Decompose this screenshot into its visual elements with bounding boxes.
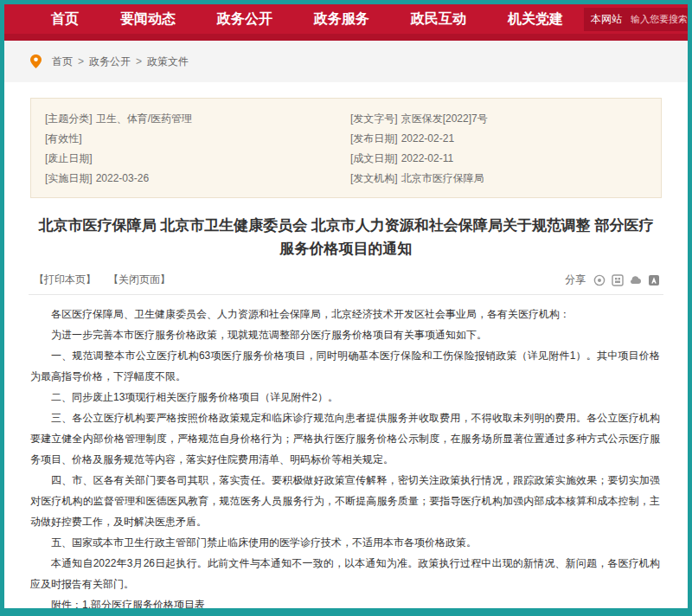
meta-written-date: [成文日期]2022-02-11 <box>350 149 647 169</box>
breadcrumb: 首页 > 政务公开 > 政策文件 <box>4 41 688 82</box>
meta-doc-number: [发文字号]京医保发[2022]7号 <box>350 109 647 129</box>
meta-validity: [有效性] <box>45 129 342 149</box>
nav-item-news[interactable]: 要闻动态 <box>99 10 196 29</box>
paragraph-item-2: 二、同步废止13项现行相关医疗服务价格项目（详见附件2）。 <box>30 387 660 407</box>
search-box: 本网站 <box>584 8 688 31</box>
page-frame: 首页 要闻动态 政务公开 政务服务 政民互动 机关党建 本网站 <box>4 4 688 608</box>
location-pin-icon <box>30 55 42 68</box>
meta-implement-date: [实施日期]2022-03-26 <box>45 169 342 189</box>
article-content: [主题分类]卫生、体育/医药管理 [发文字号]京医保发[2022]7号 [有效性… <box>4 82 688 608</box>
print-page-button[interactable]: 【打印本页】 <box>34 273 96 287</box>
meta-topic-category: [主题分类]卫生、体育/医药管理 <box>45 109 342 129</box>
share-group: 分享 <box>565 273 660 287</box>
share-label: 分享 <box>565 273 586 287</box>
paragraph-attachment-1: 附件：1.部分医疗服务价格项目表 <box>30 594 660 608</box>
paragraph-item-3: 三、各公立医疗机构要严格按照价格政策规定和临床诊疗规范向患者提供服务并收取费用，… <box>30 407 660 470</box>
document-meta-box: [主题分类]卫生、体育/医药管理 [发文字号]京医保发[2022]7号 [有效性… <box>30 98 662 198</box>
breadcrumb-separator: > <box>136 55 142 67</box>
close-page-button[interactable]: 【关闭页面】 <box>108 273 170 287</box>
breadcrumb-policy-docs: 政策文件 <box>147 55 189 69</box>
paragraph-intro: 为进一步完善本市医疗服务价格政策，现就规范调整部分医疗服务价格项目有关事项通知如… <box>30 324 660 345</box>
share-qzone-icon[interactable] <box>629 273 642 286</box>
search-input[interactable] <box>631 14 688 24</box>
paragraph-item-5: 五、国家或本市卫生行政主管部门禁止临床使用的医学诊疗技术，不适用本市各项价格政策… <box>30 532 660 553</box>
breadcrumb-home[interactable]: 首页 <box>52 55 73 69</box>
article-toolbar: 【打印本页】 【关闭页面】 分享 <box>29 269 663 295</box>
nav-item-party-building[interactable]: 机关党建 <box>487 10 584 29</box>
meta-repeal-date: [废止日期] <box>45 149 342 169</box>
share-qq-icon[interactable] <box>647 273 660 286</box>
article-body: 各区医疗保障局、卫生健康委员会、人力资源和社会保障局，北京经济技术开发区社会事业… <box>29 295 663 608</box>
page-title: 北京市医疗保障局 北京市卫生健康委员会 北京市人力资源和社会保障局关于规范调整 … <box>37 214 655 260</box>
share-weibo-icon[interactable] <box>593 273 606 286</box>
share-wechat-icon[interactable] <box>611 273 624 286</box>
top-nav: 首页 要闻动态 政务公开 政务服务 政民互动 机关党建 本网站 <box>4 4 688 41</box>
nav-item-home[interactable]: 首页 <box>30 10 99 29</box>
nav-item-interaction[interactable]: 政民互动 <box>390 10 487 29</box>
nav-item-gov-services[interactable]: 政务服务 <box>293 10 390 29</box>
paragraph-effective-date: 本通知自2022年3月26日起执行。此前文件与本通知不一致的，以本通知为准。政策… <box>30 553 660 594</box>
paragraph-item-4: 四、市、区各有关部门要各司其职，落实责任。要积极做好政策宣传解释，密切关注政策执… <box>30 470 660 532</box>
paragraph-item-1: 一、规范调整本市公立医疗机构63项医疗服务价格项目，同时明确基本医疗保险和工伤保… <box>30 345 660 387</box>
meta-issuing-agency: [发文机构]北京市医疗保障局 <box>350 169 647 189</box>
nav-item-gov-affairs[interactable]: 政务公开 <box>196 10 293 29</box>
breadcrumb-separator: > <box>78 55 84 67</box>
meta-publish-date: [发布日期]2022-02-21 <box>350 129 647 149</box>
search-scope-select[interactable]: 本网站 <box>591 12 622 27</box>
paragraph-salutation: 各区医疗保障局、卫生健康委员会、人力资源和社会保障局，北京经济技术开发区社会事业… <box>30 304 660 324</box>
nav-bottom-strip <box>4 34 688 41</box>
breadcrumb-gov-affairs[interactable]: 政务公开 <box>89 55 131 69</box>
